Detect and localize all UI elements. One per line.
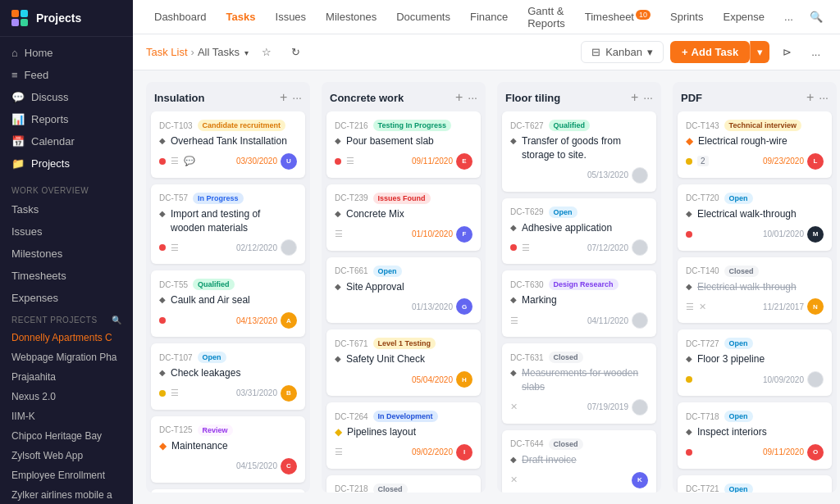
discuss-icon: 💬: [11, 91, 25, 103]
card-id-DC-T631: DC-T631 Closed: [510, 352, 648, 363]
sidebar-item-discuss[interactable]: 💬 Discuss: [0, 86, 133, 108]
sidebar-item-timesheets[interactable]: Timesheets: [0, 265, 133, 287]
card-diamond-DC-T57: ◆: [159, 208, 166, 220]
project-donnelly[interactable]: Donnelly Apartments C: [0, 328, 133, 347]
card-DC-T143[interactable]: DC-T143 Technical interview ◆ Electrical…: [678, 111, 832, 178]
sidebar-item-calendar[interactable]: 📅 Calendar: [0, 130, 133, 152]
more-options-button[interactable]: ...: [805, 43, 827, 61]
card-id-DC-T107: DC-T107 Open: [159, 352, 297, 363]
card-icons-DC-T630: ☰: [510, 316, 518, 326]
sidebar-nav: ⌂ Home ≡ Feed 💬 Discuss 📊 Reports 📅 Cale…: [0, 37, 133, 179]
card-footer-DC-T627: 05/13/2020: [510, 167, 648, 184]
card-DC-T644[interactable]: DC-T644 Closed ◆ Draft invoice ✕ K: [502, 430, 656, 493]
sidebar-item-projects[interactable]: 📁 Projects: [0, 152, 133, 175]
sidebar-item-expenses[interactable]: Expenses: [0, 287, 133, 309]
card-meta-DC-T103: 03/30/2020 U: [236, 153, 297, 170]
nav-gantt[interactable]: Gantt & Reports: [519, 2, 573, 33]
add-task-dropdown-button[interactable]: ▾: [750, 41, 769, 63]
nav-sprints[interactable]: Sprints: [662, 7, 711, 26]
card-id-DC-T55: DC-T55 Qualified: [159, 279, 297, 290]
card-DC-T216[interactable]: DC-T216 Testing In Progress ◆ Pour basem…: [326, 111, 481, 178]
column-add-button-insulation[interactable]: +: [280, 90, 287, 105]
column-add-button-pdf[interactable]: +: [806, 90, 814, 105]
nav-tasks[interactable]: Tasks: [218, 7, 264, 26]
project-nexus[interactable]: Nexus 2.0: [0, 387, 133, 406]
column-more-button-insulation[interactable]: ···: [292, 91, 302, 104]
card-DC-T671[interactable]: DC-T671 Level 1 Testing ◆ Safety Unit Ch…: [326, 329, 481, 396]
sidebar-item-milestones[interactable]: Milestones: [0, 243, 133, 265]
project-prajaahita[interactable]: Prajaahita: [0, 367, 133, 387]
card-DC-T57[interactable]: DC-T57 In Progress ◆ Import and testing …: [151, 184, 305, 265]
card-id-DC-T727: DC-T727 Open: [686, 338, 824, 349]
svg-rect-0: [11, 10, 19, 17]
card-DC-T125[interactable]: DC-T125 Review ◆ Maintenance 04/15/2020 …: [151, 416, 305, 483]
nav-more[interactable]: ...: [776, 7, 801, 26]
project-zylsoft[interactable]: Zylsoft Web App: [0, 446, 133, 465]
nav-milestones[interactable]: Milestones: [317, 7, 385, 26]
sidebar-logo[interactable]: Projects: [0, 0, 133, 37]
nav-timesheet[interactable]: Timesheet10: [577, 7, 659, 26]
card-DC-T661[interactable]: DC-T661 Open ◆ Site Approval 01/13/2020 …: [326, 257, 481, 324]
column-add-button-floor[interactable]: +: [631, 90, 638, 105]
card-footer-DC-T629: ☰ 07/12/2020: [510, 239, 648, 256]
sidebar-item-tasks[interactable]: Tasks: [0, 198, 133, 220]
card-DC-T55[interactable]: DC-T55 Qualified ◆ Caulk and Air seal 04…: [151, 270, 305, 337]
card-DC-T140[interactable]: DC-T140 Closed ◆ Electrical walk-through…: [678, 257, 832, 324]
card-DC-T627[interactable]: DC-T627 Qualified ◆ Transfer of goods fr…: [502, 111, 656, 192]
svg-rect-2: [11, 19, 19, 26]
star-button[interactable]: ☆: [255, 43, 278, 61]
nav-documents[interactable]: Documents: [388, 7, 459, 26]
card-date-DC-T727: 10/09/2020: [763, 375, 804, 384]
card-DC-T721[interactable]: DC-T721 Open ◆ Install electric service …: [678, 475, 832, 493]
add-task-button[interactable]: + Add Task: [670, 41, 750, 63]
card-DC-T718[interactable]: DC-T718 Open ◆ Inspect interiors 09/11/2…: [678, 402, 832, 469]
nav-issues[interactable]: Issues: [267, 7, 315, 26]
card-DC-T218[interactable]: DC-T218 Closed ◆ Ceramic Tile Check ✕ 01…: [326, 475, 481, 493]
card-DC-T629[interactable]: DC-T629 Open ◆ Adhesive application ☰ 07…: [502, 198, 656, 265]
column-more-button-pdf[interactable]: ···: [819, 91, 829, 104]
nav-expense[interactable]: Expense: [714, 7, 773, 26]
card-DC-T239[interactable]: DC-T239 Issues Found ◆ Concrete Mix ☰ 01…: [326, 184, 481, 251]
project-zylker[interactable]: Zylker airlines mobile a: [0, 485, 133, 504]
sidebar-item-issues[interactable]: Issues: [0, 220, 133, 243]
project-iimk[interactable]: IIM-K: [0, 406, 133, 426]
sidebar-item-reports[interactable]: 📊 Reports: [0, 108, 133, 130]
refresh-button[interactable]: ↻: [285, 43, 307, 61]
card-avatar-DC-T125: C: [281, 458, 297, 474]
card-id-DC-T264: DC-T264 In Development: [335, 411, 472, 422]
card-DC-T720[interactable]: DC-T720 Open ◆ Electrical walk-through 1…: [678, 184, 832, 251]
card-DC-T630[interactable]: DC-T630 Design Research ◆ Marking ☰ 04/1…: [502, 270, 656, 337]
sidebar-item-home[interactable]: ⌂ Home: [0, 42, 133, 64]
message-icon: ☰: [171, 156, 179, 166]
card-DC-T727[interactable]: DC-T727 Open ◆ Floor 3 pipeline 10/09/20…: [678, 329, 832, 396]
task-list-link[interactable]: Task List: [146, 46, 188, 58]
card-footer-DC-T143: 2 09/23/2020 L: [686, 153, 824, 170]
card-meta-DC-T644: K: [632, 472, 648, 488]
search-icon[interactable]: 🔍: [805, 6, 828, 29]
sidebar-item-feed[interactable]: ≡ Feed: [0, 64, 133, 86]
card-DC-T107[interactable]: DC-T107 Open ◆ Check leakages ☰ 03/31/20…: [151, 343, 305, 410]
project-webpage[interactable]: Webpage Migration Pha: [0, 347, 133, 367]
project-chipco[interactable]: Chipco Heritage Bay: [0, 426, 133, 446]
search-projects-icon[interactable]: 🔍: [112, 316, 122, 325]
card-icons-DC-T140: ☰✕: [686, 302, 706, 312]
card-DC-T631[interactable]: DC-T631 Closed ◆ Measurements for wooden…: [502, 343, 656, 424]
card-footer-DC-T57: ☰ 02/12/2020: [159, 239, 297, 256]
project-employee[interactable]: Employee Enrollment: [0, 465, 133, 485]
filter-button[interactable]: ⊳: [776, 43, 798, 61]
kanban-toggle[interactable]: ⊟ Kanban ▾: [581, 41, 664, 63]
card-DC-T103[interactable]: DC-T103 Candidate recruitment ◆ Overhead…: [151, 111, 305, 178]
column-more-button-floor[interactable]: ···: [643, 91, 653, 104]
clock-icon[interactable]: 🕐: [834, 6, 840, 29]
nav-finance[interactable]: Finance: [462, 7, 516, 26]
card-DC-T56[interactable]: DC-T56 Contract sent ◆ Draft and Fire st…: [151, 489, 305, 493]
card-diamond-DC-T629: ◆: [510, 222, 517, 234]
all-tasks-link[interactable]: All Tasks ▾: [198, 46, 249, 58]
nav-dashboard[interactable]: Dashboard: [146, 7, 215, 26]
column-more-button-concrete[interactable]: ···: [468, 91, 477, 104]
column-add-button-concrete[interactable]: +: [455, 90, 463, 105]
card-date-DC-T55: 04/13/2020: [236, 316, 277, 325]
card-avatar-DC-T57: [281, 239, 297, 256]
card-id-DC-T718: DC-T718 Open: [686, 411, 824, 422]
card-DC-T264[interactable]: DC-T264 In Development ◆ Pipelines layou…: [326, 402, 481, 469]
